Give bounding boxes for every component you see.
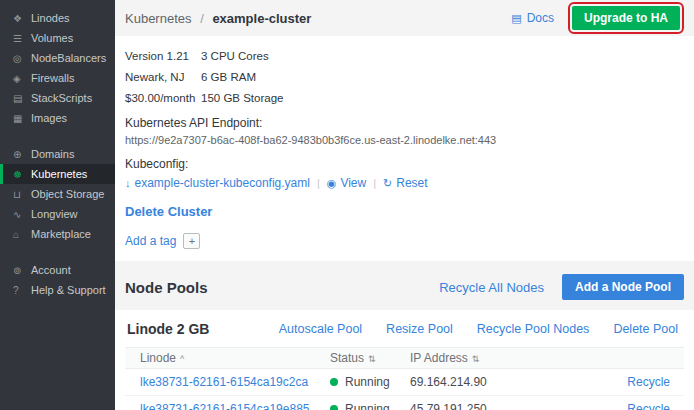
table-row: lke38731-62161-6154ca19e885 Running 45.7… xyxy=(125,396,684,410)
pool-card-header: Linode 2 GB Autoscale Pool Resize Pool R… xyxy=(115,310,694,347)
sidebar-item-linodes[interactable]: ❖ Linodes xyxy=(0,8,115,28)
sidebar-item-label: Volumes xyxy=(31,32,73,44)
marketplace-icon: ⌂ xyxy=(13,229,31,240)
node-pool-card: Linode 2 GB Autoscale Pool Resize Pool R… xyxy=(115,310,694,410)
images-icon: ▦ xyxy=(13,113,31,124)
cluster-cpu: 3 CPU Cores xyxy=(201,45,684,66)
help-icon: ? xyxy=(13,285,31,296)
column-header-ip[interactable]: IP Address⇅ xyxy=(395,351,594,365)
recycle-node-link[interactable]: Recycle xyxy=(627,402,670,410)
cluster-region: Newark, NJ xyxy=(125,66,201,87)
delete-pool-link[interactable]: Delete Pool xyxy=(613,322,678,336)
stackscripts-icon: ▤ xyxy=(13,93,31,104)
cluster-ram: 6 GB RAM xyxy=(201,66,684,87)
sidebar-item-label: Help & Support xyxy=(31,284,106,296)
node-pools-header: Node Pools Recycle All Nodes Add a Node … xyxy=(125,274,684,300)
page-header: Kubernetes / example-cluster ▤ Docs Upgr… xyxy=(115,0,694,36)
divider: | xyxy=(373,177,376,189)
column-header-status[interactable]: Status⇅ xyxy=(315,351,395,365)
sidebar-item-images[interactable]: ▦ Images xyxy=(0,108,115,128)
delete-cluster-link[interactable]: Delete Cluster xyxy=(125,204,212,219)
api-endpoint-value: https://9e2a7307-b6ac-408f-ba62-9483b0b3… xyxy=(125,134,684,146)
sidebar-section-gap xyxy=(0,244,115,260)
kubeconfig-view-link[interactable]: ◉ View xyxy=(327,176,366,190)
sidebar-item-kubernetes[interactable]: ☸ Kubernetes xyxy=(0,164,115,184)
firewall-icon: ◈ xyxy=(13,73,31,84)
docs-link[interactable]: ▤ Docs xyxy=(511,11,554,25)
row-actions-cell: Recycle xyxy=(594,375,684,389)
docs-link-label: Docs xyxy=(527,11,554,25)
app-window: ❖ Linodes ☰ Volumes ◎ NodeBalancers ◈ Fi… xyxy=(0,0,694,410)
sidebar-item-nodebalancers[interactable]: ◎ NodeBalancers xyxy=(0,48,115,68)
view-label: View xyxy=(340,176,366,190)
sidebar-item-label: Firewalls xyxy=(31,72,74,84)
reset-label: Reset xyxy=(396,176,427,190)
upgrade-to-ha-button[interactable]: Upgrade to HA xyxy=(572,6,680,30)
sidebar-item-volumes[interactable]: ☰ Volumes xyxy=(0,28,115,48)
sidebar-item-domains[interactable]: ⊕ Domains xyxy=(0,144,115,164)
sidebar-item-marketplace[interactable]: ⌂ Marketplace xyxy=(0,224,115,244)
object-storage-icon: ⊔ xyxy=(13,189,31,200)
pool-name: Linode 2 GB xyxy=(127,321,209,337)
kubeconfig-filename: example-cluster-kubeconfig.yaml xyxy=(135,176,310,190)
domains-icon: ⊕ xyxy=(13,149,31,160)
add-node-pool-button[interactable]: Add a Node Pool xyxy=(562,274,684,300)
status-running-icon xyxy=(330,378,338,386)
add-tag-plus-button[interactable]: + xyxy=(183,233,200,249)
table-header-row: Linode^ Status⇅ IP Address⇅ xyxy=(125,347,684,369)
sort-icon: ⇅ xyxy=(368,354,376,364)
kubeconfig-label: Kubeconfig: xyxy=(125,157,684,171)
divider: | xyxy=(317,177,320,189)
ip-cell: 69.164.214.90 xyxy=(395,375,594,389)
sidebar-item-label: Marketplace xyxy=(31,228,91,240)
cluster-price: $30.00/month xyxy=(125,87,201,108)
sidebar-section-gap xyxy=(0,128,115,144)
volumes-icon: ☰ xyxy=(13,33,31,44)
row-actions-cell: Recycle xyxy=(594,402,684,410)
sidebar-item-object-storage[interactable]: ⊔ Object Storage xyxy=(0,184,115,204)
sidebar-item-help-support[interactable]: ? Help & Support xyxy=(0,280,115,300)
pool-table: Linode^ Status⇅ IP Address⇅ lke38731-621… xyxy=(125,347,684,410)
sidebar-item-longview[interactable]: ∿ Longview xyxy=(0,204,115,224)
download-icon: ↓ xyxy=(125,177,131,189)
recycle-pool-nodes-link[interactable]: Recycle Pool Nodes xyxy=(477,322,590,336)
kubeconfig-download-link[interactable]: ↓ example-cluster-kubeconfig.yaml xyxy=(125,176,310,190)
sidebar-item-label: StackScripts xyxy=(31,92,92,104)
longview-icon: ∿ xyxy=(13,209,31,220)
sidebar-item-label: Account xyxy=(31,264,71,276)
sidebar: ❖ Linodes ☰ Volumes ◎ NodeBalancers ◈ Fi… xyxy=(0,0,115,410)
autoscale-pool-link[interactable]: Autoscale Pool xyxy=(279,322,362,336)
status-running-icon xyxy=(330,405,338,410)
kubeconfig-reset-link[interactable]: ↻ Reset xyxy=(383,176,428,190)
add-tag-link[interactable]: Add a tag xyxy=(125,234,176,248)
resize-pool-link[interactable]: Resize Pool xyxy=(386,322,453,336)
linode-link[interactable]: lke38731-62161-6154ca19e885 xyxy=(140,402,309,410)
status-label: Running xyxy=(345,402,390,410)
column-header-linode[interactable]: Linode^ xyxy=(125,351,315,365)
breadcrumb-root[interactable]: Kubernetes xyxy=(125,11,192,26)
add-tag: Add a tag + xyxy=(125,233,684,249)
status-cell: Running xyxy=(315,375,395,389)
docs-icon: ▤ xyxy=(511,12,521,25)
sidebar-item-label: Linodes xyxy=(31,12,70,24)
kubeconfig-actions: ↓ example-cluster-kubeconfig.yaml | ◉ Vi… xyxy=(125,176,684,190)
linode-icon: ❖ xyxy=(13,13,31,24)
recycle-node-link[interactable]: Recycle xyxy=(627,375,670,389)
main-content: Kubernetes / example-cluster ▤ Docs Upgr… xyxy=(115,0,694,410)
linode-link[interactable]: lke38731-62161-6154ca19c2ca xyxy=(140,375,308,389)
account-icon: ⊚ xyxy=(13,265,31,276)
status-cell: Running xyxy=(315,402,395,410)
breadcrumb: Kubernetes / example-cluster xyxy=(125,11,311,26)
cluster-specs: Version 1.21 3 CPU Cores Newark, NJ 6 GB… xyxy=(125,45,684,108)
cluster-storage: 150 GB Storage xyxy=(201,87,684,108)
sidebar-item-label: Longview xyxy=(31,208,77,220)
sidebar-item-label: Kubernetes xyxy=(31,168,87,180)
sidebar-item-stackscripts[interactable]: ▤ StackScripts xyxy=(0,88,115,108)
sidebar-item-firewalls[interactable]: ◈ Firewalls xyxy=(0,68,115,88)
recycle-all-nodes-link[interactable]: Recycle All Nodes xyxy=(439,280,544,295)
sort-asc-icon: ^ xyxy=(180,354,184,364)
sidebar-item-label: Domains xyxy=(31,148,74,160)
sort-icon: ⇅ xyxy=(472,354,480,364)
linode-cell: lke38731-62161-6154ca19e885 xyxy=(125,402,315,410)
sidebar-item-account[interactable]: ⊚ Account xyxy=(0,260,115,280)
